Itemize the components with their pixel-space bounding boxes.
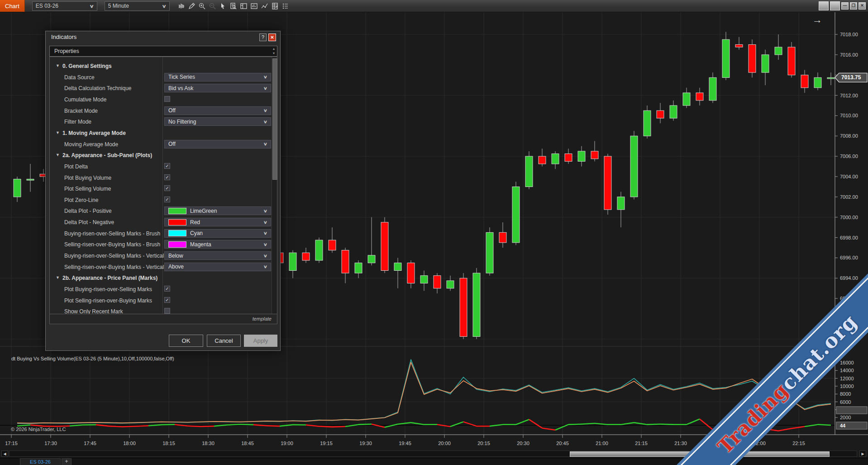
indicators-polyline-icon[interactable] — [259, 1, 270, 11]
tab-es-03-26[interactable]: ES 03-26 — [20, 458, 61, 465]
property-dropdown[interactable]: Bid vs Ask∨ — [164, 84, 271, 92]
property-dropdown[interactable]: Below∨ — [164, 251, 271, 260]
candle-body[interactable] — [657, 110, 664, 118]
property-dropdown[interactable]: Above∨ — [164, 263, 271, 271]
candle-body[interactable] — [788, 47, 795, 75]
property-dropdown[interactable]: Magenta∨ — [164, 240, 271, 249]
candle-body[interactable] — [814, 77, 821, 87]
candle-body[interactable] — [407, 263, 415, 283]
property-checkbox[interactable] — [164, 308, 170, 314]
scroll-right-icon[interactable]: ▶ — [859, 451, 866, 457]
apply-button[interactable]: Apply — [244, 335, 277, 347]
data-series-icon[interactable] — [228, 1, 238, 11]
window-panel-button-1[interactable] — [819, 1, 829, 10]
candle-body[interactable] — [381, 222, 388, 271]
candle-body[interactable] — [473, 273, 480, 336]
minimize-button[interactable]: — — [841, 2, 849, 10]
property-dropdown[interactable]: Off∨ — [164, 106, 271, 115]
zoom-in-icon[interactable] — [197, 1, 207, 11]
properties-header[interactable]: Properties ▲▼ — [49, 46, 277, 57]
property-dropdown[interactable]: No Filtering∨ — [164, 117, 271, 126]
property-checkbox[interactable]: ✓ — [164, 185, 170, 191]
property-dropdown[interactable]: Cyan∨ — [164, 229, 271, 238]
strategies-sheet-icon[interactable] — [270, 1, 280, 11]
cancel-button[interactable]: Cancel — [207, 335, 241, 347]
candle-body[interactable] — [27, 179, 34, 181]
candle-body[interactable] — [696, 93, 703, 101]
candle-body[interactable] — [670, 105, 677, 118]
collapse-triangle-icon[interactable]: ▼ — [56, 63, 60, 68]
candle-body[interactable] — [552, 154, 559, 164]
candle-body[interactable] — [735, 44, 743, 47]
instrument-dropdown[interactable]: ES 03-26 ∨ — [32, 1, 97, 11]
chart-trader-panel-icon[interactable] — [238, 1, 249, 11]
candle-body[interactable] — [525, 156, 533, 187]
property-dropdown[interactable]: LimeGreen∨ — [164, 206, 271, 215]
cursor-icon[interactable] — [218, 1, 228, 11]
interval-dropdown[interactable]: 5 Minute ∨ — [105, 1, 170, 11]
chart-style-icon[interactable] — [176, 1, 186, 11]
candle-body[interactable] — [762, 55, 769, 72]
help-icon[interactable]: ? — [259, 34, 267, 41]
candle-body[interactable] — [749, 44, 756, 72]
candle-body[interactable] — [709, 77, 716, 100]
candle-body[interactable] — [512, 187, 520, 242]
candle-body[interactable] — [289, 253, 296, 270]
collapse-triangle-icon[interactable]: ▼ — [56, 130, 60, 135]
candle-body[interactable] — [460, 278, 467, 336]
restore-button[interactable]: ❐ — [850, 2, 857, 10]
draw-pencil-icon[interactable] — [186, 1, 197, 11]
candle-body[interactable] — [827, 77, 835, 79]
candle-body[interactable] — [539, 156, 546, 164]
candle-body[interactable] — [591, 151, 598, 159]
candle-body[interactable] — [355, 263, 362, 273]
property-dropdown[interactable]: Tick Series∨ — [164, 73, 271, 81]
candle-body[interactable] — [644, 110, 651, 136]
candle-body[interactable] — [302, 253, 310, 260]
candle-body[interactable] — [722, 39, 730, 77]
candle-body[interactable] — [447, 281, 454, 288]
scroll-left-icon[interactable]: ◀ — [1, 451, 8, 457]
close-icon[interactable]: ✕ — [268, 34, 276, 41]
property-dropdown[interactable]: Off∨ — [164, 140, 271, 149]
candle-body[interactable] — [329, 240, 336, 250]
candle-body[interactable] — [315, 240, 323, 260]
property-checkbox[interactable]: ✓ — [164, 297, 170, 303]
candle-body[interactable] — [368, 255, 375, 263]
properties-list-icon[interactable] — [280, 1, 291, 11]
chart-box-icon[interactable] — [249, 1, 259, 11]
chart-menu-button[interactable]: Chart — [0, 0, 25, 12]
property-checkbox[interactable]: ✓ — [164, 174, 170, 180]
candle-body[interactable] — [775, 47, 782, 55]
property-dropdown[interactable]: Red∨ — [164, 218, 271, 226]
property-checkbox[interactable]: ✓ — [164, 197, 170, 202]
candle-body[interactable] — [565, 154, 572, 162]
dialog-scrollbar-thumb[interactable] — [272, 58, 277, 180]
candle-body[interactable] — [801, 75, 808, 88]
candle-body[interactable] — [683, 93, 690, 105]
candle-body[interactable] — [617, 197, 625, 210]
property-checkbox[interactable] — [164, 96, 170, 102]
candle-body[interactable] — [420, 276, 428, 283]
scroll-arrows[interactable]: ▲▼ — [271, 47, 277, 56]
window-panel-button-2[interactable] — [830, 1, 840, 10]
zoom-out-icon[interactable] — [207, 1, 218, 11]
property-checkbox[interactable]: ✓ — [164, 286, 170, 292]
property-checkbox[interactable]: ✓ — [164, 163, 170, 169]
candle-body[interactable] — [434, 276, 441, 288]
collapse-triangle-icon[interactable]: ▼ — [56, 153, 60, 157]
candle-body[interactable] — [499, 232, 506, 242]
dialog-scrollbar[interactable] — [272, 57, 277, 314]
close-window-button[interactable]: ✕ — [858, 2, 866, 10]
go-to-end-arrow-icon[interactable]: → — [810, 15, 825, 26]
candle-body[interactable] — [486, 232, 493, 273]
candle-body[interactable] — [630, 136, 638, 197]
collapse-triangle-icon[interactable]: ▼ — [56, 275, 60, 280]
candle-body[interactable] — [394, 263, 401, 271]
candle-body[interactable] — [14, 179, 21, 197]
candle-body[interactable] — [342, 250, 349, 273]
add-tab-button[interactable]: + — [62, 458, 72, 465]
ok-button[interactable]: OK — [169, 335, 203, 347]
candle-body[interactable] — [578, 151, 585, 161]
candle-body[interactable] — [604, 156, 611, 210]
